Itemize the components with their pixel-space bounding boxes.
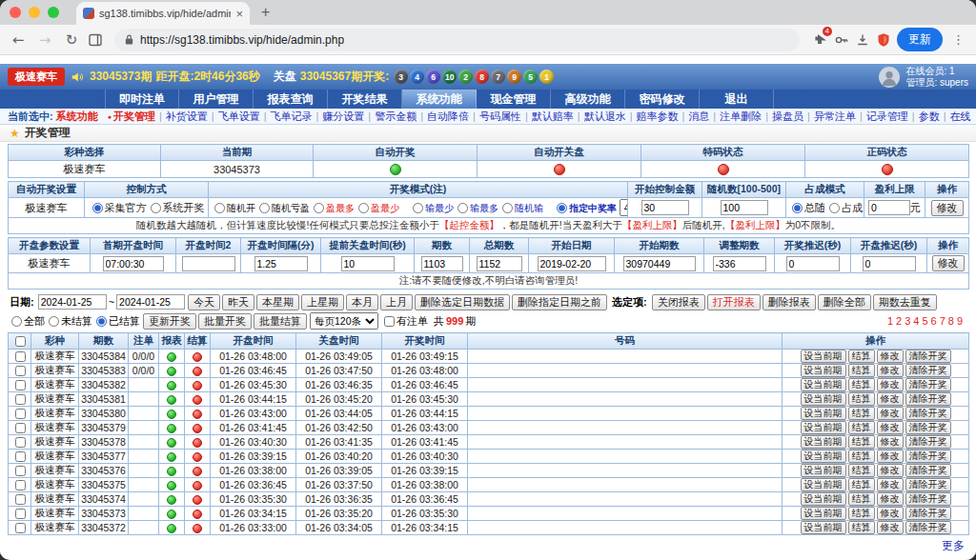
row-action-2[interactable]: 修改 — [877, 407, 904, 420]
adjust-periods-input[interactable] — [713, 256, 766, 271]
report-status[interactable] — [167, 438, 176, 448]
row-action-3[interactable]: 清除开奖 — [905, 364, 951, 377]
report-status[interactable] — [167, 381, 176, 390]
row-action-2[interactable]: 修改 — [877, 478, 904, 491]
row-action-0[interactable]: 设当前期 — [801, 450, 846, 463]
row-action-0[interactable]: 设当前期 — [801, 478, 846, 491]
mode-option-3[interactable]: 盈最少 — [355, 202, 399, 215]
row-action-0[interactable]: 设当前期 — [801, 421, 846, 434]
settle-status[interactable] — [193, 524, 202, 533]
fstatus-option-2[interactable]: 已结算 — [92, 314, 140, 329]
zoom-window-button[interactable] — [48, 7, 59, 18]
ctrl-option-1[interactable]: 系统开奖 — [147, 201, 205, 215]
modify-auto-settings-button[interactable]: 修改 — [931, 200, 964, 216]
row-action-1[interactable]: 结算 — [848, 435, 875, 449]
report-buttons-2[interactable]: 删除报表 — [762, 294, 816, 310]
row-action-0[interactable]: 设当前期 — [801, 378, 846, 391]
period-count-input[interactable] — [421, 256, 463, 271]
row-action-2[interactable]: 修改 — [877, 521, 904, 534]
row-checkbox[interactable] — [15, 480, 26, 490]
row-action-0[interactable]: 设当前期 — [801, 392, 846, 406]
date-quick-buttons-3[interactable]: 上星期 — [301, 294, 344, 310]
settle-status[interactable] — [193, 438, 202, 448]
mode-option-1[interactable]: 随机亏盈 — [255, 202, 310, 215]
more-link[interactable]: 更多 — [942, 539, 965, 552]
date-from-input[interactable] — [38, 294, 107, 310]
reload-icon[interactable]: ↻ — [61, 31, 82, 49]
row-action-3[interactable]: 清除开奖 — [905, 478, 951, 491]
date-quick-buttons-7[interactable]: 删除指定日期之前 — [512, 294, 607, 310]
fstatus-radio-0[interactable] — [11, 316, 22, 327]
start-amount-input[interactable] — [641, 200, 689, 215]
row-action-3[interactable]: 清除开奖 — [905, 435, 951, 449]
row-action-1[interactable]: 结算 — [848, 450, 875, 463]
page-link-7[interactable]: 7 — [940, 315, 946, 327]
report-status[interactable] — [167, 395, 176, 405]
report-buttons-3[interactable]: 删除全部 — [818, 294, 871, 310]
row-action-1[interactable]: 结算 — [848, 421, 875, 434]
bets-count[interactable]: 0/0/0 — [129, 364, 159, 378]
row-action-1[interactable]: 结算 — [848, 350, 875, 363]
row-action-0[interactable]: 设当前期 — [801, 364, 846, 377]
row-action-3[interactable]: 清除开奖 — [905, 407, 951, 420]
mode-option-7[interactable]: 指定中奖率 — [553, 202, 617, 215]
report-status[interactable] — [167, 495, 176, 505]
date-quick-buttons-6[interactable]: 删除选定日期数据 — [415, 294, 510, 310]
draw-delay-input[interactable] — [786, 256, 840, 271]
row-action-0[interactable]: 设当前期 — [801, 407, 846, 420]
auto-openclose-status[interactable] — [554, 164, 565, 175]
mode-option-5[interactable]: 输最多 — [454, 202, 498, 215]
row-action-1[interactable]: 结算 — [848, 392, 875, 406]
mode-radio-6[interactable] — [502, 203, 513, 213]
submenu-item-7[interactable]: 默认赔率 — [532, 110, 574, 124]
report-status[interactable] — [167, 367, 176, 376]
menu-item-6[interactable]: 高级功能 — [551, 90, 625, 109]
report-status[interactable] — [167, 352, 176, 362]
submenu-item-11[interactable]: 注单删除 — [720, 110, 762, 124]
has-bets-checkbox[interactable]: 有注单 — [380, 314, 428, 329]
submenu-item-12[interactable]: 操盘员 — [772, 110, 803, 124]
row-action-1[interactable]: 结算 — [848, 521, 875, 534]
menu-item-2[interactable]: 报表查询 — [254, 90, 328, 109]
mode-radio-0[interactable] — [214, 203, 225, 213]
submenu-item-4[interactable]: 警示金额 — [375, 110, 417, 124]
mode-radio-3[interactable] — [358, 203, 369, 213]
total-periods-input[interactable] — [477, 256, 522, 271]
row-action-0[interactable]: 设当前期 — [801, 350, 846, 363]
modify-open-params-button[interactable]: 修改 — [932, 255, 965, 271]
menu-item-7[interactable]: 密码修改 — [625, 90, 700, 109]
row-action-2[interactable]: 修改 — [877, 464, 904, 477]
bookmarks-sidebar-icon[interactable] — [88, 32, 103, 48]
submenu-item-15[interactable]: 参数 — [919, 110, 940, 124]
row-action-2[interactable]: 修改 — [877, 364, 904, 377]
batch-action-buttons-2[interactable]: 批量结算 — [254, 313, 307, 330]
row-action-1[interactable]: 结算 — [848, 507, 875, 520]
row-action-1[interactable]: 结算 — [848, 378, 875, 391]
menu-item-3[interactable]: 开奖结果 — [328, 90, 402, 109]
page-size-select[interactable]: 每页120条 — [310, 312, 378, 330]
first-open-time-input[interactable] — [103, 256, 164, 271]
submenu-item-1[interactable]: 飞单设置 — [218, 110, 260, 124]
settle-status[interactable] — [193, 424, 202, 433]
row-action-0[interactable]: 设当前期 — [801, 521, 846, 534]
row-action-3[interactable]: 清除开奖 — [905, 378, 951, 391]
submenu-item-6[interactable]: 号码属性 — [479, 110, 521, 124]
row-action-3[interactable]: 清除开奖 — [905, 450, 951, 463]
row-checkbox[interactable] — [15, 494, 26, 505]
batch-action-buttons-0[interactable]: 更新开奖 — [143, 313, 196, 330]
interval-input[interactable] — [254, 256, 308, 271]
row-action-0[interactable]: 设当前期 — [801, 507, 846, 520]
page-link-4[interactable]: 4 — [913, 315, 919, 327]
submenu-item-10[interactable]: 消息 — [688, 110, 709, 124]
start-issue-input[interactable] — [623, 256, 696, 271]
address-bar[interactable]: https://sg138.timibbs.vip/hide/admin.php — [114, 29, 800, 51]
date-to-input[interactable] — [116, 294, 185, 310]
report-status[interactable] — [167, 424, 176, 433]
open-delay-input[interactable] — [863, 256, 916, 271]
settle-status[interactable] — [193, 510, 202, 519]
ctrl-option-0[interactable]: 采集官方 — [89, 201, 147, 215]
row-action-1[interactable]: 结算 — [848, 478, 875, 491]
settle-status[interactable] — [193, 367, 202, 376]
ctrl-radio-1[interactable] — [151, 203, 161, 213]
fstatus-radio-1[interactable] — [49, 316, 59, 327]
